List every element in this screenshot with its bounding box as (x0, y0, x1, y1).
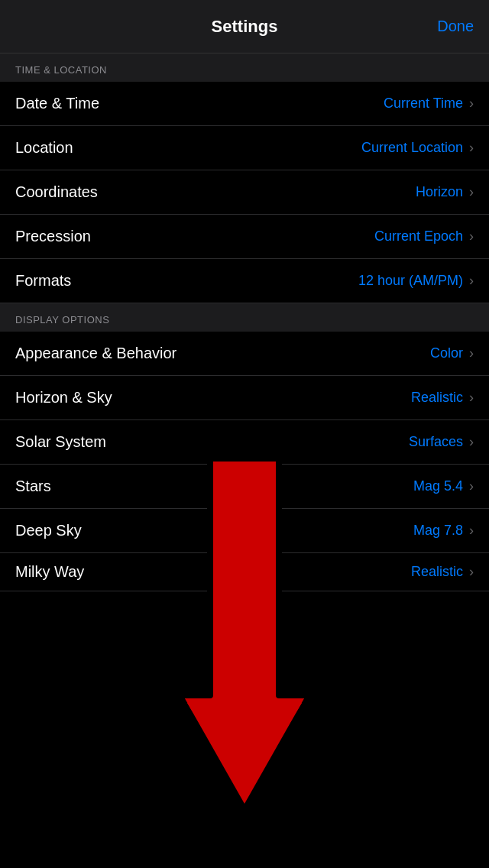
row-location[interactable]: Location Current Location › (0, 126, 489, 170)
page-title: Settings (212, 17, 278, 37)
row-label-location: Location (15, 139, 73, 157)
chevron-icon-milky-way: › (469, 564, 474, 580)
row-right-date-time: Current Time › (384, 96, 474, 112)
row-value-location: Current Location (361, 140, 463, 156)
row-value-milky-way: Realistic (411, 564, 463, 580)
done-button[interactable]: Done (437, 18, 474, 35)
row-label-stars: Stars (15, 478, 51, 495)
row-value-date-time: Current Time (384, 96, 463, 112)
row-value-formats: 12 hour (AM/PM) (358, 273, 463, 289)
row-right-location: Current Location › (361, 140, 474, 156)
row-label-solar-system: Solar System (15, 433, 106, 451)
chevron-icon-appearance: › (469, 345, 474, 361)
chevron-icon-coordinates: › (469, 184, 474, 200)
row-right-appearance: Color › (430, 345, 474, 361)
chevron-icon-date-time: › (469, 96, 474, 112)
row-value-deep-sky: Mag 7.8 (413, 523, 463, 539)
chevron-icon-horizon-sky: › (469, 390, 474, 406)
row-right-precession: Current Epoch › (374, 228, 474, 245)
row-formats[interactable]: Formats 12 hour (AM/PM) › (0, 259, 489, 303)
settings-header: Settings Done (0, 0, 489, 53)
row-label-date-time: Date & Time (15, 95, 99, 112)
row-value-stars: Mag 5.4 (413, 478, 463, 494)
row-coordinates[interactable]: Coordinates Horizon › (0, 170, 489, 215)
row-right-milky-way: Realistic › (411, 564, 474, 580)
row-right-stars: Mag 5.4 › (413, 478, 474, 494)
row-right-horizon-sky: Realistic › (411, 390, 474, 406)
row-value-appearance: Color (430, 345, 463, 361)
row-right-solar-system: Surfaces › (409, 434, 474, 450)
row-label-milky-way: Milky Way (15, 563, 84, 581)
row-label-precession: Precession (15, 228, 91, 245)
row-value-coordinates: Horizon (416, 184, 463, 200)
row-deep-sky[interactable]: Deep Sky Mag 7.8 › (0, 509, 489, 553)
row-value-solar-system: Surfaces (409, 434, 463, 450)
row-value-precession: Current Epoch (374, 228, 463, 245)
chevron-icon-solar-system: › (469, 434, 474, 450)
chevron-icon-stars: › (469, 478, 474, 494)
chevron-icon-formats: › (469, 273, 474, 289)
row-milky-way[interactable]: Milky Way Realistic › (0, 553, 489, 591)
row-precession[interactable]: Precession Current Epoch › (0, 215, 489, 259)
row-right-deep-sky: Mag 7.8 › (413, 523, 474, 539)
row-value-horizon-sky: Realistic (411, 390, 463, 406)
row-label-coordinates: Coordinates (15, 183, 98, 201)
section-header-time-location: TIME & LOCATION (0, 53, 489, 82)
row-solar-system[interactable]: Solar System Surfaces › (0, 420, 489, 465)
row-label-appearance: Appearance & Behavior (15, 345, 176, 362)
row-right-formats: 12 hour (AM/PM) › (358, 273, 474, 289)
row-horizon-sky[interactable]: Horizon & Sky Realistic › (0, 376, 489, 420)
row-stars[interactable]: Stars Mag 5.4 › (0, 465, 489, 509)
row-appearance[interactable]: Appearance & Behavior Color › (0, 332, 489, 376)
row-right-coordinates: Horizon › (416, 184, 474, 200)
row-label-horizon-sky: Horizon & Sky (15, 389, 112, 406)
row-label-formats: Formats (15, 272, 71, 290)
chevron-icon-location: › (469, 140, 474, 156)
chevron-icon-deep-sky: › (469, 523, 474, 539)
row-date-time[interactable]: Date & Time Current Time › (0, 82, 489, 126)
section-header-display-options: DISPLAY OPTIONS (0, 303, 489, 332)
chevron-icon-precession: › (469, 228, 474, 245)
row-label-deep-sky: Deep Sky (15, 522, 82, 539)
